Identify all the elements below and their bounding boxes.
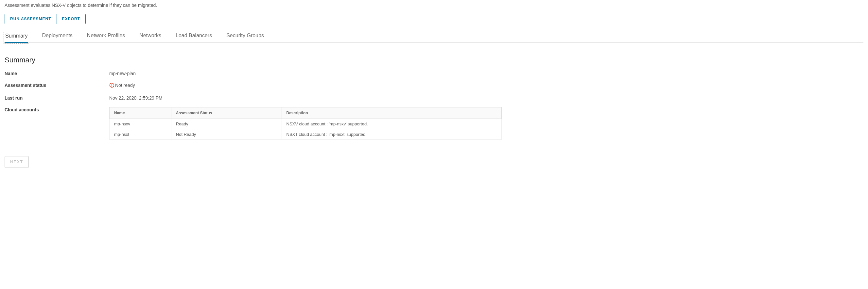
cell-status: Not Ready xyxy=(171,129,282,140)
value-assessment-status: Not ready xyxy=(115,83,135,88)
row-cloud-accounts: Cloud accounts Name Assessment Status De… xyxy=(5,107,863,140)
tab-load-balancers[interactable]: Load Balancers xyxy=(175,33,213,42)
label-cloud-accounts: Cloud accounts xyxy=(5,107,109,112)
section-title: Summary xyxy=(5,56,863,64)
next-button[interactable]: NEXT xyxy=(5,156,29,168)
col-header-description: Description xyxy=(282,107,501,119)
col-header-status: Assessment Status xyxy=(171,107,282,119)
cell-description: NSXT cloud account : 'mp-nsxt' supported… xyxy=(282,129,501,140)
cloud-accounts-table: Name Assessment Status Description mp-ns… xyxy=(109,107,502,140)
page-description: Assessment evaluates NSX-V objects to de… xyxy=(5,3,863,8)
table-row: mp-nsxv Ready NSXV cloud account : 'mp-n… xyxy=(110,119,502,129)
tab-security-groups[interactable]: Security Groups xyxy=(226,33,265,42)
table-header-row: Name Assessment Status Description xyxy=(110,107,502,119)
row-last-run: Last run Nov 22, 2020, 2:59:29 PM xyxy=(5,95,863,101)
tab-networks[interactable]: Networks xyxy=(139,33,162,42)
run-assessment-button[interactable]: RUN ASSESSMENT xyxy=(5,14,57,24)
action-button-group: RUN ASSESSMENT EXPORT xyxy=(5,14,86,24)
row-name: Name mp-new-plan xyxy=(5,71,863,76)
cell-name: mp-nsxt xyxy=(110,129,172,140)
label-assessment-status: Assessment status xyxy=(5,83,109,88)
label-name: Name xyxy=(5,71,109,76)
value-last-run: Nov 22, 2020, 2:59:29 PM xyxy=(109,95,863,101)
svg-point-2 xyxy=(112,86,112,86)
label-last-run: Last run xyxy=(5,95,109,101)
tabs: Summary Deployments Network Profiles Net… xyxy=(5,31,863,43)
col-header-name: Name xyxy=(110,107,172,119)
row-assessment-status: Assessment status Not ready xyxy=(5,83,863,89)
tab-summary[interactable]: Summary xyxy=(5,33,28,43)
tab-network-profiles[interactable]: Network Profiles xyxy=(86,33,126,42)
cell-description: NSXV cloud account : 'mp-nsxv' supported… xyxy=(282,119,501,129)
cell-status: Ready xyxy=(171,119,282,129)
value-name: mp-new-plan xyxy=(109,71,863,76)
cell-name: mp-nsxv xyxy=(110,119,172,129)
export-button[interactable]: EXPORT xyxy=(57,14,85,24)
tab-deployments[interactable]: Deployments xyxy=(41,33,73,42)
error-icon xyxy=(109,83,115,88)
table-row: mp-nsxt Not Ready NSXT cloud account : '… xyxy=(110,129,502,140)
